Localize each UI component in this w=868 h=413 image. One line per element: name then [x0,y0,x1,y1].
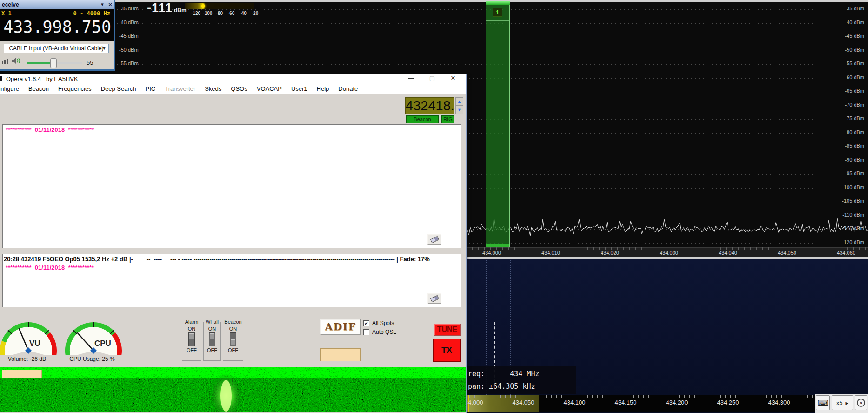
menu-item-pic[interactable]: PIC [141,84,160,93]
spots-log-area[interactable]: *********** 01/11/2018 *********** [2,124,461,248]
channel-marker-cap [486,1,510,5]
toggle-label: Alarm [184,319,200,325]
clear-log-button[interactable] [427,234,441,245]
toggle-off-label: OFF [223,347,243,353]
volume-value: 55 [87,59,93,66]
channel-marker-bar[interactable] [486,1,510,247]
keyboard-icon: ⌨ [817,399,828,407]
db-label-right: -90 dBm [835,157,864,162]
tx-button[interactable]: TX [433,339,461,362]
audio-device-select[interactable]: CABLE Input (VB-Audio Virtual Cable) [4,44,109,53]
band-overview-scale[interactable]: 434.000434.050434.100434.150434.200434.2… [464,395,868,412]
close-icon[interactable]: ✕ [107,1,114,8]
speaker-icon[interactable] [11,56,21,65]
menu-item-voacap[interactable]: VOACAP [252,84,287,93]
receive-titlebar[interactable]: eceive [0,0,114,9]
menu-item-user1[interactable]: User1 [287,84,312,93]
db-label-right: -65 dBm [835,88,864,94]
frequency-spin-down-button[interactable]: ▼ [455,106,463,114]
all-spots-label: All Spots [372,320,394,326]
toggle-handle[interactable] [189,333,194,339]
checkbox-unchecked-icon[interactable] [363,329,369,335]
zoom-x5-button[interactable]: x5 ▸ [832,395,853,410]
tune-button[interactable]: TUNE [434,324,461,336]
close-icon[interactable]: ✕ [446,74,460,83]
beacon-button[interactable]: Beacon [406,115,439,123]
cpu-meter-gauge: CPU [61,311,126,355]
beacon-frequency-display[interactable]: 432418.5 [405,97,454,114]
menu-item-skeds[interactable]: Skeds [200,84,226,93]
collapse-icon[interactable]: ▾ [99,1,106,8]
opera-title-text: Opera v1.6.4 by EA5HVK [6,75,78,82]
db-label-right: -70 dBm [835,102,864,108]
menu-item-donate[interactable]: Donate [334,84,362,93]
spectrum-freq-label: 434.020 [594,250,626,256]
opera-titlebar[interactable]: Opera v1.6.4 by EA5HVK — ▢ ✕ [0,74,466,83]
fast-scroll-button[interactable]: » [855,395,867,410]
cpu-usage-caption: CPU Usage: 25 % [55,356,129,362]
overview-scale-ticks [464,395,816,398]
waterfall-panel[interactable]: req: 434 MHz pan: ±64.305 kHz 434.000434… [464,259,868,413]
db-label-right: -75 dBm [835,115,864,121]
toggle-switch[interactable] [230,332,236,346]
db-label-left: -55 dBm [119,61,149,66]
auto-qsl-label: Auto QSL [372,329,396,335]
db-label-right: -100 dBm [835,184,864,190]
svg-text:CPU: CPU [94,339,111,348]
signal-level-value: -111 [147,1,173,15]
menu-item-transverter[interactable]: Transverter [160,84,200,93]
db-label-right: -55 dBm [835,61,864,66]
menu-item-frequencies[interactable]: Frequencies [53,84,96,93]
vu-meter-gauge: VU [0,311,61,355]
db-label-right: -60 dBm [835,74,864,80]
spectrum-gridline [117,64,813,65]
overview-freq-label: 434.200 [658,399,695,406]
minimize-icon[interactable]: — [404,74,418,83]
menu-item-help[interactable]: Help [312,84,334,93]
auto-qsl-checkbox-row[interactable]: Auto QSL [363,329,396,335]
overview-freq-label: 434.050 [505,399,542,406]
spectrum-gridline [117,37,813,37]
rig-button[interactable]: RIG [441,115,454,123]
waterfall-button-strip: ⌨ x5 ▸ » [815,394,868,413]
db-label-right: -95 dBm [835,170,864,176]
toggle-handle[interactable] [210,333,214,339]
tooltip-span-line: pan: ±64.305 kHz [468,382,535,391]
screen: -35 dBm-35 dBm-40 dBm-40 dBm-45 dBm-45 d… [0,0,868,413]
keyboard-entry-button[interactable]: ⌨ [816,395,830,410]
menu-item-qsos[interactable]: QSOs [226,84,252,93]
toggle-switch[interactable] [188,332,195,346]
decode-messages-area[interactable]: 20:28 432419 F5OEO Op05 1535,2 Hz +2 dB … [2,254,461,307]
maximize-icon[interactable]: ▢ [425,74,439,83]
toggle-handle[interactable] [231,339,235,345]
toggle-label: Beacon [223,319,242,325]
rx-frequency-readout[interactable]: 0.433.998.750 [0,18,111,36]
equalizer-icon[interactable] [1,58,9,64]
checkbox-checked-icon[interactable]: ✔ [363,320,369,326]
db-label-right: -40 dBm [835,20,864,25]
signal-meter-baseline [185,10,256,10]
db-label-left: -40 dBm [119,20,149,25]
receive-window: eceive ▾ ✕ X 1 0 - 4000 Hz 0.433.998.750… [0,0,115,71]
overview-freq-label: 434.250 [709,399,747,406]
db-label-right: -85 dBm [835,143,864,149]
combo-arrow-icon[interactable]: ▼ [100,45,108,52]
frequency-spin-up-button[interactable]: ▲ [455,97,463,106]
db-label-right: -50 dBm [835,47,864,53]
menu-item-deep-search[interactable]: Deep Search [96,84,141,93]
zoom-menu-arrow-icon: ▸ [846,399,849,406]
message-input-field[interactable] [320,348,361,361]
menu-item-beacon[interactable]: Beacon [24,84,53,93]
adif-button[interactable]: ADIF [320,319,361,335]
spectrum-freq-label: 434.030 [653,250,685,256]
eraser-icon [430,295,439,302]
clear-messages-button[interactable] [427,293,441,304]
all-spots-checkbox-row[interactable]: ✔ All Spots [363,320,394,326]
toggle-switch[interactable] [209,332,215,346]
signal-level-unit: dBm [174,7,187,14]
menu-item-onfigure[interactable]: onfigure [0,84,24,93]
waterfall-input-field[interactable] [2,370,42,378]
channel-marker-inner-line [486,20,509,21]
opera-menubar: onfigureBeaconFrequenciesDeep SearchPICT… [0,83,466,94]
volume-slider-handle[interactable] [50,58,57,68]
